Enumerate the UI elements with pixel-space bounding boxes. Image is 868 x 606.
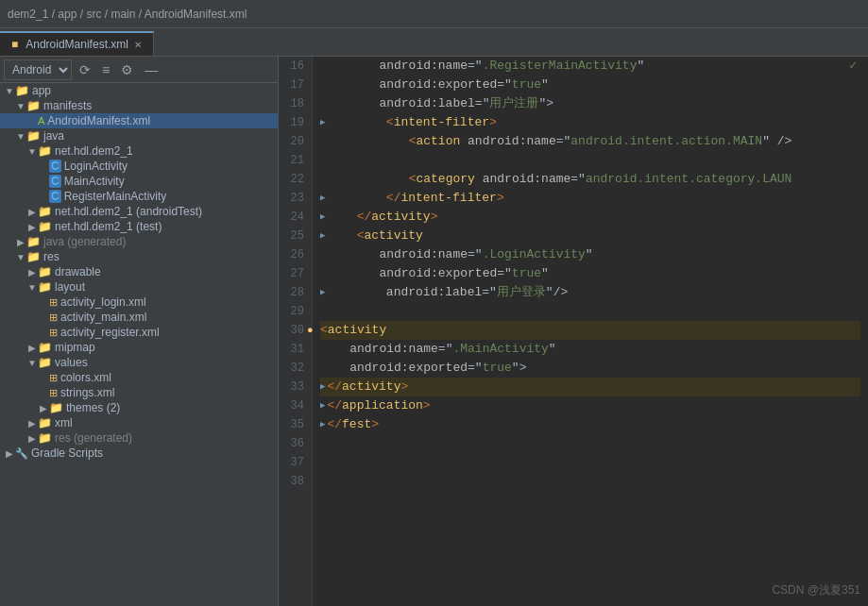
tree-item-res-generated[interactable]: ▶ 📁 res (generated) (0, 430, 278, 446)
expand-arrow: ▼ (15, 131, 26, 142)
breadcrumb: dem2_1 / app / src / main / AndroidManif… (8, 8, 247, 21)
folder-icon: 📁 (49, 401, 63, 414)
tree-item-test[interactable]: ▶ 📁 net.hdl.dem2_1 (test) (0, 219, 278, 234)
tree-item-package[interactable]: ▼ 📁 net.hdl.dem2_1 (0, 143, 278, 159)
tree-item-mainactivity[interactable]: C MainActivity (0, 174, 278, 189)
tree-item-activity-register[interactable]: ⊞ activity_register.xml (0, 325, 278, 340)
watermark: CSDN @浅夏351 (772, 582, 860, 598)
xml-file-icon: ⊞ (49, 327, 58, 339)
code-line-28: ▶ android:label="用户登录"/> (320, 283, 860, 302)
tree-item-layout[interactable]: ▼ 📁 layout (0, 279, 278, 295)
tree-item-activity-login[interactable]: ⊞ activity_login.xml (0, 295, 278, 310)
expand-arrow: ▶ (26, 433, 38, 444)
code-editor[interactable]: 16 17 18 19 20 21 22 23 24 25 26 27 28 2… (279, 57, 868, 606)
sidebar-toolbar: Android Project ⟳ ≡ ⚙ — (0, 57, 278, 83)
java-class-icon: C (49, 175, 61, 188)
tree-label: net.hdl.dem2_1 (androidTest) (55, 205, 202, 218)
tree-item-strings[interactable]: ⊞ strings.xml (0, 385, 278, 400)
tree-label: activity_login.xml (60, 295, 146, 309)
tree-label: RegisterMainActivity (64, 190, 167, 203)
tree-label: xml (55, 416, 73, 429)
tab-bar: ■ AndroidManifest.xml ✕ (0, 28, 868, 57)
android-xml-icon: A (38, 115, 44, 126)
expand-arrow: ▶ (26, 207, 38, 217)
tree-item-themes[interactable]: ▶ 📁 themes (2) (0, 400, 278, 415)
expand-arrow: ▼ (15, 101, 26, 111)
settings-button[interactable]: ⚙ (117, 60, 137, 79)
tree-label: AndroidManifest.xml (47, 114, 150, 127)
tree-label: themes (2) (66, 401, 120, 414)
tree-item-colors[interactable]: ⊞ colors.xml (0, 370, 278, 385)
fold-icon-34: ▶ (320, 396, 325, 415)
folder-icon: 📁 (26, 250, 41, 263)
tree-item-values[interactable]: ▼ 📁 values (0, 355, 278, 370)
code-line-31: android:name=".MainActivity" (320, 340, 860, 359)
sync-button[interactable]: ⟳ (76, 60, 94, 79)
folder-icon: 📁 (38, 280, 52, 294)
tree-item-activity-main[interactable]: ⊞ activity_main.xml (0, 310, 278, 325)
code-line-38 (320, 472, 860, 491)
tree-label: res (43, 250, 60, 263)
tree-item-registermainactivity[interactable]: C RegisterMainActivity (0, 189, 278, 204)
tree-label: values (55, 356, 88, 369)
folder-icon: 📁 (38, 220, 52, 233)
breadcrumb-bar: dem2_1 / app / src / main / AndroidManif… (0, 0, 868, 28)
tree-item-app[interactable]: ▼ 📁 app (0, 83, 278, 98)
code-line-27: android:exported="true" (320, 264, 860, 283)
android-dropdown[interactable]: Android Project (4, 59, 72, 80)
code-line-37 (320, 453, 860, 472)
code-line-29 (320, 302, 860, 321)
tree-item-manifests[interactable]: ▼ 📁 manifests (0, 98, 278, 113)
code-line-24: ▶ </activity> (320, 208, 860, 227)
tree-label: app (32, 84, 51, 97)
project-tree: ▼ 📁 app ▼ 📁 manifests A AndroidManifest.… (0, 83, 278, 461)
folder-icon: 📁 (38, 356, 52, 369)
tab-label: AndroidManifest.xml (26, 38, 128, 51)
tree-label: java (43, 129, 64, 143)
code-line-26: android:name=".LoginActivity" (320, 245, 860, 264)
code-line-18: android:label="用户注册"> (320, 94, 860, 113)
tree-label: java (generated) (43, 235, 126, 248)
expand-arrow: ▶ (15, 237, 26, 247)
tree-label: LoginActivity (64, 160, 128, 173)
tree-label: layout (55, 280, 85, 294)
tree-label: res (generated) (55, 431, 132, 445)
tree-label: mipmap (55, 341, 95, 354)
fold-icon-25: ▶ (320, 227, 325, 245)
expand-arrow: ▶ (38, 403, 49, 413)
code-line-17: android:exported="true" (320, 76, 860, 94)
code-container: 16 17 18 19 20 21 22 23 24 25 26 27 28 2… (279, 57, 868, 606)
tree-label: net.hdl.dem2_1 (test) (55, 220, 162, 233)
folder-icon: 📁 (38, 144, 52, 158)
tree-label: activity_register.xml (60, 326, 160, 339)
xml-file-icon: ⊞ (49, 296, 58, 309)
tab-close-button[interactable]: ✕ (134, 40, 142, 50)
tree-label: strings.xml (60, 386, 114, 399)
tree-item-androidmanifest[interactable]: A AndroidManifest.xml (0, 113, 278, 128)
expand-arrow: ▼ (26, 358, 38, 368)
expand-arrow: ▶ (26, 267, 38, 278)
tree-item-gradle[interactable]: ▶ 🔧 Gradle Scripts (0, 446, 278, 461)
tree-item-res[interactable]: ▼ 📁 res (0, 249, 278, 264)
expand-arrow: ▼ (15, 252, 26, 262)
tree-item-drawable[interactable]: ▶ 📁 drawable (0, 264, 278, 279)
folder-icon: 📁 (26, 129, 41, 143)
tree-item-androidtest[interactable]: ▶ 📁 net.hdl.dem2_1 (androidTest) (0, 204, 278, 219)
folder-icon: 📁 (38, 341, 52, 354)
tree-item-java-generated[interactable]: ▶ 📁 java (generated) (0, 234, 278, 249)
folder-icon: 📁 (15, 84, 29, 97)
expand-arrow: ▼ (26, 146, 38, 157)
collapse-button[interactable]: ≡ (98, 60, 113, 79)
tab-androidmanifest[interactable]: ■ AndroidManifest.xml ✕ (0, 31, 154, 56)
minimize-button[interactable]: — (141, 60, 162, 79)
code-line-20: <action android:name="android.intent.act… (320, 132, 860, 151)
tree-item-xml[interactable]: ▶ 📁 xml (0, 415, 278, 430)
tree-item-mipmap[interactable]: ▶ 📁 mipmap (0, 340, 278, 355)
tree-item-java[interactable]: ▼ 📁 java (0, 128, 278, 143)
expand-arrow: ▶ (26, 222, 38, 232)
fold-icon-35: ▶ (320, 415, 325, 434)
code-line-21 (320, 151, 860, 170)
fold-icon-33: ▶ (320, 378, 325, 396)
java-class-icon: C (49, 160, 61, 173)
tree-item-loginactivity[interactable]: C LoginActivity (0, 159, 278, 174)
